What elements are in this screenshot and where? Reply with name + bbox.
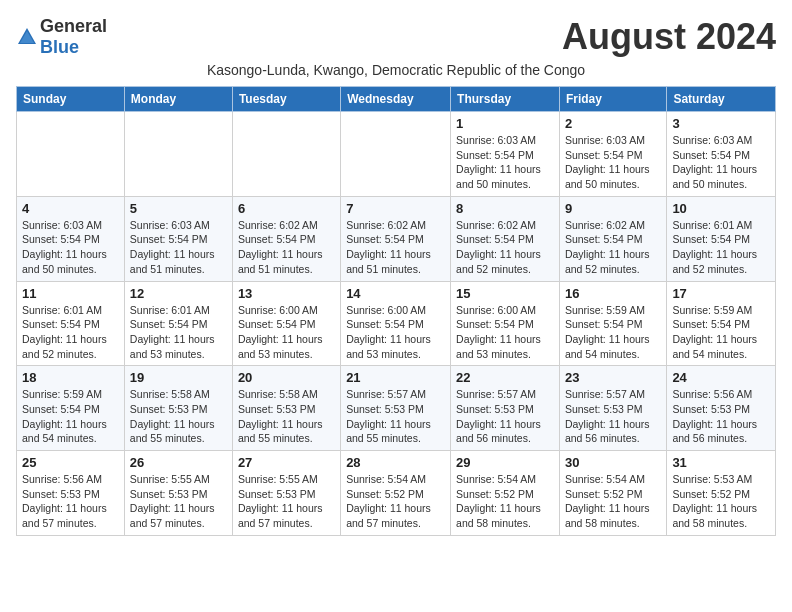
day-number: 27 [238, 455, 335, 470]
day-number: 1 [456, 116, 554, 131]
day-number: 11 [22, 286, 119, 301]
day-info: Sunrise: 6:03 AMSunset: 5:54 PMDaylight:… [22, 218, 119, 277]
day-number: 22 [456, 370, 554, 385]
day-info: Sunrise: 5:57 AMSunset: 5:53 PMDaylight:… [346, 387, 445, 446]
day-info: Sunrise: 6:01 AMSunset: 5:54 PMDaylight:… [22, 303, 119, 362]
header-tuesday: Tuesday [232, 87, 340, 112]
day-info: Sunrise: 5:53 AMSunset: 5:52 PMDaylight:… [672, 472, 770, 531]
header-saturday: Saturday [667, 87, 776, 112]
logo: General Blue [16, 16, 107, 58]
day-cell: 27Sunrise: 5:55 AMSunset: 5:53 PMDayligh… [232, 451, 340, 536]
day-info: Sunrise: 6:02 AMSunset: 5:54 PMDaylight:… [346, 218, 445, 277]
calendar-table: SundayMondayTuesdayWednesdayThursdayFrid… [16, 86, 776, 536]
week-row-1: 4Sunrise: 6:03 AMSunset: 5:54 PMDaylight… [17, 196, 776, 281]
day-cell: 26Sunrise: 5:55 AMSunset: 5:53 PMDayligh… [124, 451, 232, 536]
day-number: 28 [346, 455, 445, 470]
day-info: Sunrise: 5:58 AMSunset: 5:53 PMDaylight:… [238, 387, 335, 446]
day-info: Sunrise: 6:03 AMSunset: 5:54 PMDaylight:… [456, 133, 554, 192]
day-cell: 5Sunrise: 6:03 AMSunset: 5:54 PMDaylight… [124, 196, 232, 281]
day-number: 16 [565, 286, 661, 301]
day-cell: 20Sunrise: 5:58 AMSunset: 5:53 PMDayligh… [232, 366, 340, 451]
day-number: 2 [565, 116, 661, 131]
day-cell [341, 112, 451, 197]
day-number: 18 [22, 370, 119, 385]
day-number: 10 [672, 201, 770, 216]
day-cell: 21Sunrise: 5:57 AMSunset: 5:53 PMDayligh… [341, 366, 451, 451]
day-info: Sunrise: 5:59 AMSunset: 5:54 PMDaylight:… [22, 387, 119, 446]
day-cell: 31Sunrise: 5:53 AMSunset: 5:52 PMDayligh… [667, 451, 776, 536]
day-cell: 22Sunrise: 5:57 AMSunset: 5:53 PMDayligh… [451, 366, 560, 451]
day-info: Sunrise: 5:57 AMSunset: 5:53 PMDaylight:… [565, 387, 661, 446]
day-cell: 18Sunrise: 5:59 AMSunset: 5:54 PMDayligh… [17, 366, 125, 451]
day-cell: 17Sunrise: 5:59 AMSunset: 5:54 PMDayligh… [667, 281, 776, 366]
week-row-0: 1Sunrise: 6:03 AMSunset: 5:54 PMDaylight… [17, 112, 776, 197]
calendar-header-row: SundayMondayTuesdayWednesdayThursdayFrid… [17, 87, 776, 112]
day-cell: 7Sunrise: 6:02 AMSunset: 5:54 PMDaylight… [341, 196, 451, 281]
day-number: 3 [672, 116, 770, 131]
week-row-3: 18Sunrise: 5:59 AMSunset: 5:54 PMDayligh… [17, 366, 776, 451]
day-number: 24 [672, 370, 770, 385]
header-thursday: Thursday [451, 87, 560, 112]
day-number: 31 [672, 455, 770, 470]
header-wednesday: Wednesday [341, 87, 451, 112]
day-info: Sunrise: 6:03 AMSunset: 5:54 PMDaylight:… [130, 218, 227, 277]
day-cell: 6Sunrise: 6:02 AMSunset: 5:54 PMDaylight… [232, 196, 340, 281]
day-info: Sunrise: 5:58 AMSunset: 5:53 PMDaylight:… [130, 387, 227, 446]
day-info: Sunrise: 6:00 AMSunset: 5:54 PMDaylight:… [346, 303, 445, 362]
day-number: 30 [565, 455, 661, 470]
day-cell: 12Sunrise: 6:01 AMSunset: 5:54 PMDayligh… [124, 281, 232, 366]
day-cell: 15Sunrise: 6:00 AMSunset: 5:54 PMDayligh… [451, 281, 560, 366]
day-info: Sunrise: 5:57 AMSunset: 5:53 PMDaylight:… [456, 387, 554, 446]
day-cell: 28Sunrise: 5:54 AMSunset: 5:52 PMDayligh… [341, 451, 451, 536]
day-info: Sunrise: 5:54 AMSunset: 5:52 PMDaylight:… [565, 472, 661, 531]
day-number: 12 [130, 286, 227, 301]
header-friday: Friday [559, 87, 666, 112]
day-cell: 19Sunrise: 5:58 AMSunset: 5:53 PMDayligh… [124, 366, 232, 451]
day-number: 9 [565, 201, 661, 216]
day-number: 13 [238, 286, 335, 301]
day-info: Sunrise: 5:54 AMSunset: 5:52 PMDaylight:… [456, 472, 554, 531]
day-cell: 10Sunrise: 6:01 AMSunset: 5:54 PMDayligh… [667, 196, 776, 281]
day-number: 20 [238, 370, 335, 385]
day-info: Sunrise: 5:56 AMSunset: 5:53 PMDaylight:… [22, 472, 119, 531]
day-number: 8 [456, 201, 554, 216]
day-cell [124, 112, 232, 197]
day-info: Sunrise: 6:00 AMSunset: 5:54 PMDaylight:… [456, 303, 554, 362]
day-number: 25 [22, 455, 119, 470]
day-cell: 13Sunrise: 6:00 AMSunset: 5:54 PMDayligh… [232, 281, 340, 366]
header-monday: Monday [124, 87, 232, 112]
day-number: 4 [22, 201, 119, 216]
day-info: Sunrise: 5:55 AMSunset: 5:53 PMDaylight:… [130, 472, 227, 531]
day-info: Sunrise: 6:01 AMSunset: 5:54 PMDaylight:… [672, 218, 770, 277]
subtitle: Kasongo-Lunda, Kwango, Democratic Republ… [16, 62, 776, 78]
day-number: 23 [565, 370, 661, 385]
day-info: Sunrise: 5:55 AMSunset: 5:53 PMDaylight:… [238, 472, 335, 531]
day-number: 15 [456, 286, 554, 301]
day-info: Sunrise: 6:03 AMSunset: 5:54 PMDaylight:… [672, 133, 770, 192]
day-number: 14 [346, 286, 445, 301]
day-cell: 16Sunrise: 5:59 AMSunset: 5:54 PMDayligh… [559, 281, 666, 366]
day-number: 26 [130, 455, 227, 470]
day-cell: 9Sunrise: 6:02 AMSunset: 5:54 PMDaylight… [559, 196, 666, 281]
day-cell: 24Sunrise: 5:56 AMSunset: 5:53 PMDayligh… [667, 366, 776, 451]
day-info: Sunrise: 6:02 AMSunset: 5:54 PMDaylight:… [565, 218, 661, 277]
day-number: 17 [672, 286, 770, 301]
week-row-2: 11Sunrise: 6:01 AMSunset: 5:54 PMDayligh… [17, 281, 776, 366]
day-info: Sunrise: 5:59 AMSunset: 5:54 PMDaylight:… [565, 303, 661, 362]
month-title: August 2024 [562, 16, 776, 58]
day-info: Sunrise: 6:02 AMSunset: 5:54 PMDaylight:… [238, 218, 335, 277]
day-info: Sunrise: 5:59 AMSunset: 5:54 PMDaylight:… [672, 303, 770, 362]
day-cell: 1Sunrise: 6:03 AMSunset: 5:54 PMDaylight… [451, 112, 560, 197]
day-cell: 11Sunrise: 6:01 AMSunset: 5:54 PMDayligh… [17, 281, 125, 366]
day-cell: 23Sunrise: 5:57 AMSunset: 5:53 PMDayligh… [559, 366, 666, 451]
day-cell: 25Sunrise: 5:56 AMSunset: 5:53 PMDayligh… [17, 451, 125, 536]
day-number: 19 [130, 370, 227, 385]
day-cell: 29Sunrise: 5:54 AMSunset: 5:52 PMDayligh… [451, 451, 560, 536]
day-cell [232, 112, 340, 197]
page-header: General Blue August 2024 [16, 16, 776, 58]
day-cell: 14Sunrise: 6:00 AMSunset: 5:54 PMDayligh… [341, 281, 451, 366]
day-cell: 3Sunrise: 6:03 AMSunset: 5:54 PMDaylight… [667, 112, 776, 197]
day-cell [17, 112, 125, 197]
day-number: 7 [346, 201, 445, 216]
header-sunday: Sunday [17, 87, 125, 112]
